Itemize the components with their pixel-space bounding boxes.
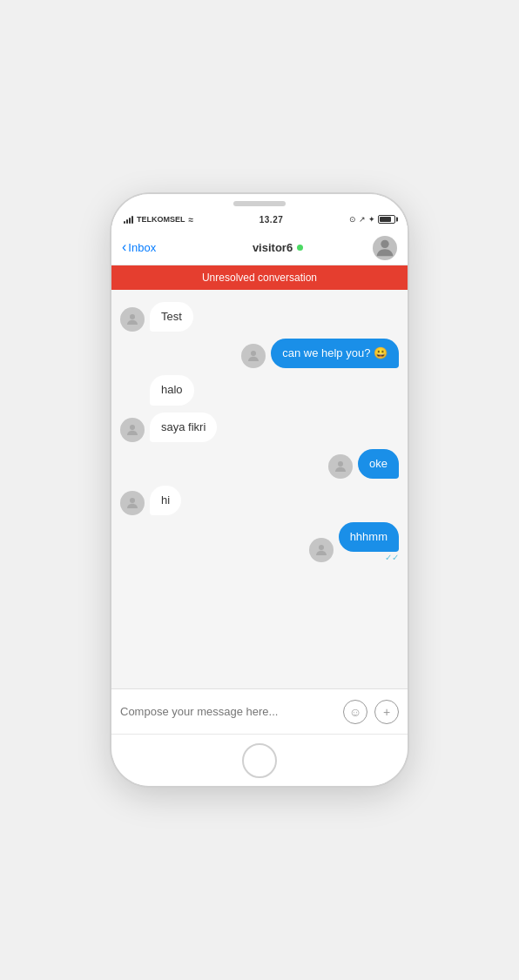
status-bar: TELKOMSEL ≈ 13.27 ⊙ ↗ ✦ [111,208,408,231]
avatar [120,418,145,442]
bluetooth-icon: ✦ [368,215,375,224]
status-right: ⊙ ↗ ✦ [349,215,395,224]
avatar [120,307,145,332]
list-item: hhhmm [339,522,399,552]
list-item: Test [150,302,193,332]
signal-bar-3 [129,218,131,224]
emoji-icon: ☺ [349,705,361,719]
phone-top-bar [111,194,408,208]
wifi-icon: ≈ [189,215,194,225]
status-left: TELKOMSEL ≈ [124,215,193,225]
read-receipt: ✓✓ [385,553,399,562]
avatar [120,491,145,515]
outgoing-wrapper: can we help you? 😀 [271,339,399,368]
user-icon [373,236,397,260]
unresolved-text: Unresolved conversation [202,272,317,284]
svg-point-5 [338,461,343,467]
avatar [328,454,353,479]
outgoing-wrapper: hhhmm ✓✓ [339,522,399,562]
table-row: halo [120,375,399,405]
list-item: halo [150,375,194,405]
user-avatar-button[interactable] [373,236,397,260]
list-item: saya fikri [150,413,217,442]
back-label: Inbox [128,241,156,254]
unresolved-banner: Unresolved conversation [111,265,408,290]
list-item: hi [150,486,181,515]
nav-title: visitor6 [253,241,293,254]
nav-title-area: visitor6 [183,241,373,254]
online-indicator [297,245,303,251]
table-row: hi [120,486,399,515]
back-button[interactable]: ‹ Inbox [122,241,183,254]
outgoing-wrapper: oke [358,449,399,479]
svg-point-2 [251,351,256,356]
signal-bar-2 [126,219,128,224]
chevron-left-icon: ‹ [122,240,126,254]
svg-point-1 [130,314,135,319]
phone-frame: TELKOMSEL ≈ 13.27 ⊙ ↗ ✦ ‹ Inbox visitor6 [111,194,408,786]
home-button[interactable] [242,743,277,778]
table-row: Test [120,302,399,332]
status-time: 13.27 [260,215,284,225]
avatar [309,538,334,562]
table-row: hhhmm ✓✓ [120,522,399,562]
battery-icon [378,215,395,224]
emoji-button[interactable]: ☺ [343,700,367,724]
list-item: oke [358,449,399,479]
battery-fill [380,217,391,222]
nav-header: ‹ Inbox visitor6 [111,231,408,265]
phone-screen: TELKOMSEL ≈ 13.27 ⊙ ↗ ✦ ‹ Inbox visitor6 [111,208,408,734]
signal-bar-4 [131,216,133,224]
input-area: ☺ + [111,688,408,734]
table-row: can we help you? 😀 [120,339,399,368]
arrow-icon: ↗ [359,215,366,224]
chat-area[interactable]: Test can we help you? 😀 halo [111,290,408,688]
carrier-label: TELKOMSEL [137,215,185,224]
add-button[interactable]: + [374,700,399,724]
signal-bars [124,215,133,224]
svg-point-0 [381,239,388,247]
table-row: oke [120,449,399,479]
svg-point-7 [319,545,324,550]
svg-point-6 [130,498,135,503]
table-row: saya fikri [120,413,399,442]
signal-bar-1 [124,221,125,224]
plus-icon: + [383,705,390,719]
avatar [241,344,266,368]
phone-bottom [111,734,408,786]
speaker [233,201,286,206]
svg-point-4 [130,425,135,430]
list-item: can we help you? 😀 [271,339,399,368]
message-input[interactable] [120,705,336,718]
location-icon: ⊙ [349,215,356,224]
